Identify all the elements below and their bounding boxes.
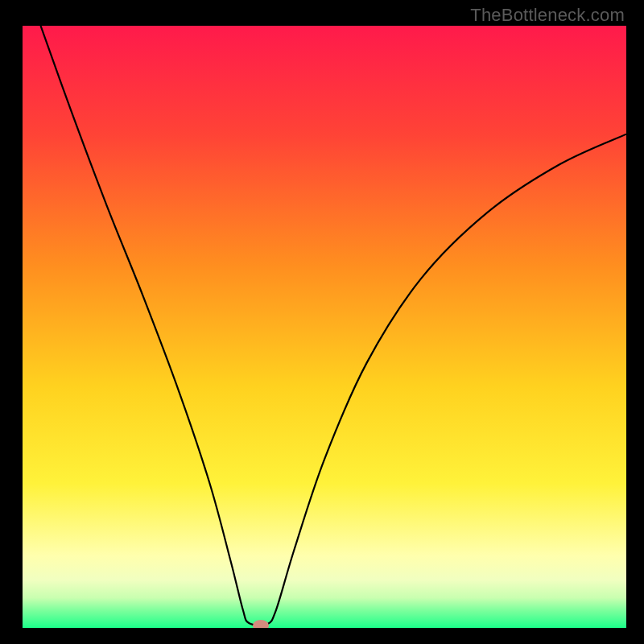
chart-root: TheBottleneck.com [0,0,644,644]
plot-area [23,26,626,628]
watermark-text: TheBottleneck.com [470,5,625,26]
optimal-point-marker [253,620,269,628]
bottleneck-curve [23,26,626,628]
